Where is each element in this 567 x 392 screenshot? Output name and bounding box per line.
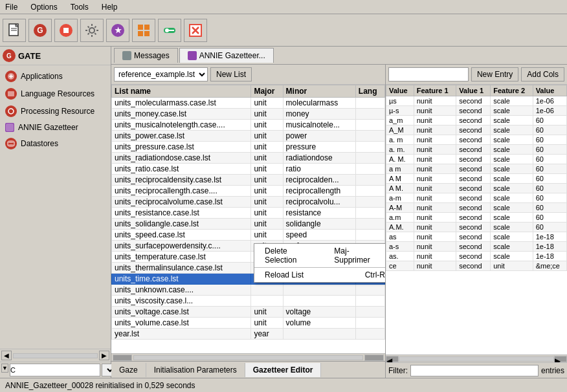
sidebar-forward-button[interactable]: ▶ <box>99 351 109 360</box>
list-cell-minor: radiationdose <box>283 153 355 164</box>
right-scroll-right[interactable]: ▶ <box>554 356 567 362</box>
list-table-row[interactable]: units_reciprocaldensity.case.lstunitreci… <box>112 175 385 186</box>
gate-logo: G <box>3 49 16 62</box>
list-table-row[interactable]: units_musicalnotelength.case....unitmusi… <box>112 120 385 131</box>
list-table-row[interactable]: year.lstyear <box>112 329 385 340</box>
entry-cell-v: a-m <box>386 193 414 203</box>
left-panel-hscrollbar[interactable] <box>111 353 385 361</box>
sidebar-back-button[interactable]: ◀ <box>1 351 12 360</box>
entry-table-row[interactable]: a.mnunitsecondscale60 <box>386 213 567 223</box>
list-table-row[interactable]: units_solidangle.case.lstunitsolidangle <box>112 219 385 230</box>
right-col-value: Value <box>386 85 414 96</box>
tab-annie-gazetteer[interactable]: ANNIE Gazetteer... <box>179 48 274 63</box>
entry-search-input[interactable] <box>388 67 469 82</box>
sidebar-search-input[interactable] <box>10 364 100 376</box>
list-table-row[interactable]: units_power.case.lstunitpower <box>112 131 385 142</box>
gate-logo-button[interactable]: G <box>28 19 52 42</box>
entry-table-row[interactable]: a. m.nunitsecondscale60 <box>386 145 567 155</box>
list-table-row[interactable]: units_unknown.case.... <box>112 285 385 296</box>
right-scroll-track[interactable] <box>399 356 554 362</box>
entry-table-row[interactable]: µsnunitsecondscale1e-06 <box>386 96 567 106</box>
apps-button[interactable] <box>132 19 155 42</box>
list-cell-minor: volume <box>283 318 355 329</box>
sidebar-item-language-resources[interactable]: Language Resources <box>0 85 111 102</box>
menu-tools[interactable]: Tools <box>68 1 91 13</box>
entry-table-row[interactable]: a. mnunitsecondscale60 <box>386 135 567 145</box>
entry-table-row[interactable]: a mnunitsecondscale60 <box>386 164 567 174</box>
list-selector[interactable]: reference_example.lst <box>114 67 208 82</box>
entry-table-row[interactable]: asnunitsecondscale1e-18 <box>386 232 567 242</box>
entry-table-row[interactable]: µ-snunitsecondscale1e-06 <box>386 106 567 116</box>
entry-table-row[interactable]: cenunitsecondunit&me;ce <box>386 261 567 271</box>
entry-table-row[interactable]: A M.nunitsecondscale60 <box>386 184 567 193</box>
left-table-container[interactable]: List name Major Minor Lang units_molecul… <box>111 85 385 353</box>
list-cell-major: unit <box>251 109 283 120</box>
entry-table-row[interactable]: as.nunitsecondscale1e-18 <box>386 252 567 261</box>
entry-cell-v: a.m <box>386 213 414 223</box>
filter-input[interactable] <box>410 365 539 376</box>
menu-file[interactable]: File <box>3 1 20 13</box>
entry-table-row[interactable]: a-mnunitsecondscale60 <box>386 193 567 203</box>
left-scroll-right[interactable] <box>364 354 384 361</box>
sidebar-item-applications[interactable]: Applications <box>0 68 111 85</box>
left-scroll-track[interactable] <box>133 355 363 360</box>
sidebar-item-processing-resource[interactable]: Processing Resource <box>0 103 111 120</box>
list-table-row[interactable]: units_viscosity.case.l... <box>112 296 385 307</box>
list-table-row[interactable]: units_voltage.case.lstunitvoltage <box>112 307 385 318</box>
list-table-row[interactable]: units_ratio.case.lstunitratio <box>112 164 385 175</box>
tab-init-params[interactable]: Initialisation Parameters <box>146 363 245 377</box>
list-cell-minor: money <box>283 109 355 120</box>
right-hscrollbar[interactable]: ◀ ▶ <box>386 354 567 362</box>
entry-cell-v2: 60 <box>533 174 566 184</box>
settings-button[interactable] <box>80 19 104 42</box>
menu-options[interactable]: Options <box>28 1 60 13</box>
sidebar-scrollbar[interactable] <box>13 353 98 358</box>
stop-button[interactable] <box>54 19 78 42</box>
list-cell-lang <box>355 208 384 219</box>
entry-cell-f2: scale <box>491 155 533 164</box>
tab-gazetteer-editor[interactable]: Gazetteer Editor <box>245 363 322 377</box>
entry-table-row[interactable]: A-Mnunitsecondscale60 <box>386 203 567 213</box>
entry-table-row[interactable]: A Mnunitsecondscale60 <box>386 174 567 184</box>
menu-help[interactable]: Help <box>99 1 120 13</box>
entry-table-row[interactable]: a-snunitsecondscale1e-18 <box>386 242 567 252</box>
sidebar-expand-button[interactable]: ▼ <box>1 364 8 373</box>
entry-cell-f2: scale <box>491 242 533 252</box>
list-cell-major: year <box>251 329 283 340</box>
sidebar-item-datastores[interactable]: Datastores <box>0 135 111 152</box>
add-cols-button[interactable]: Add Cols <box>521 67 564 82</box>
list-cell-major: unit <box>251 186 283 197</box>
entry-table-row[interactable]: A_Mnunitsecondscale60 <box>386 125 567 135</box>
list-table-row[interactable]: units_pressure.case.lstunitpressure <box>112 142 385 153</box>
new-entry-button[interactable]: New Entry <box>471 67 518 82</box>
list-cell-lang <box>355 230 384 241</box>
list-table-row[interactable]: units_volume.case.lstunitvolume <box>112 318 385 329</box>
new-doc-button[interactable] <box>3 19 26 42</box>
entry-cell-v: a-s <box>386 242 414 252</box>
list-table-row[interactable]: units_speed.case.lstunitspeed <box>112 230 385 241</box>
entry-table-row[interactable]: a_mnunitsecondscale60 <box>386 116 567 125</box>
sidebar-item-annie-gazetteer[interactable]: ANNIE Gazetteer <box>0 120 111 135</box>
list-cell-major: unit <box>251 131 283 142</box>
tab-messages[interactable]: Messages <box>114 48 178 63</box>
list-table-row[interactable]: units_money.case.lstunitmoney <box>112 109 385 120</box>
list-table-row[interactable]: units_radiationdose.case.lstunitradiatio… <box>112 153 385 164</box>
list-table-row[interactable]: units_reciprocallength.case....unitrecip… <box>112 186 385 197</box>
entry-table-row[interactable]: A. M.nunitsecondscale60 <box>386 155 567 164</box>
tab-gaze[interactable]: Gaze <box>111 363 146 377</box>
entry-table-row[interactable]: A.M.nunitsecondscale60 <box>386 223 567 232</box>
clear-button[interactable] <box>184 19 207 42</box>
context-menu-reload[interactable]: Reload List Ctrl-R <box>254 268 385 282</box>
entry-cell-v2: 60 <box>533 135 566 145</box>
context-menu-delete[interactable]: Delete Selection Maj-Supprimer <box>254 244 385 267</box>
right-table-container[interactable]: Value Feature 1 Value 1 Feature 2 Value … <box>386 85 567 354</box>
new-list-button[interactable]: New List <box>210 67 252 82</box>
list-table-row[interactable]: units_reciprocalvolume.case.lstunitrecip… <box>112 197 385 208</box>
pipeline-button[interactable] <box>158 19 181 42</box>
list-cell-minor <box>283 296 355 307</box>
list-table-row[interactable]: units_resistance.case.lstunitresistance <box>112 208 385 219</box>
left-scroll-left[interactable] <box>113 354 132 361</box>
list-table-row[interactable]: units_molecularmass.case.lstunitmolecula… <box>112 98 385 109</box>
right-scroll-left[interactable]: ◀ <box>386 356 399 362</box>
plugin-button[interactable]: ★ <box>106 19 129 42</box>
